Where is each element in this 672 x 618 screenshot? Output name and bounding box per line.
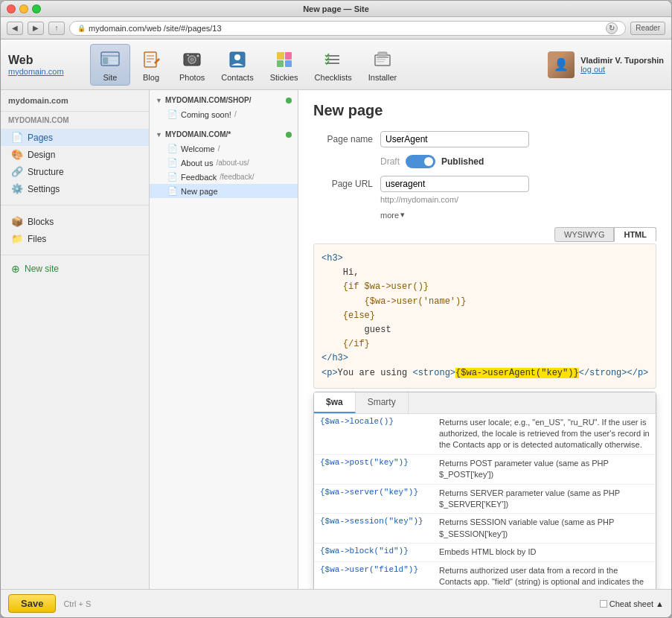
pages-label: Pages — [28, 133, 53, 143]
ac-row-block[interactable]: {$wa->block("id")} Embeds HTML block by … — [314, 544, 656, 561]
cheat-sheet-link[interactable]: Cheat sheet ▲ — [600, 599, 664, 608]
structure-label: Structure — [28, 167, 64, 177]
sidebar-item-structure[interactable]: 🔗 Structure — [1, 163, 149, 180]
publish-row: Draft Published — [313, 155, 656, 168]
reader-button[interactable]: Reader — [630, 22, 665, 35]
contacts-label: Contacts — [221, 73, 253, 82]
title-bar: New page — Site — [1, 1, 671, 17]
more-chevron-icon: ▾ — [400, 210, 405, 220]
wysiwyg-tab[interactable]: WYSIWYG — [554, 227, 614, 242]
page-url-input[interactable] — [380, 176, 529, 192]
reload-button[interactable]: ↻ — [606, 22, 618, 34]
tree-item-about[interactable]: 📄 About us /about-us/ — [150, 156, 298, 170]
close-button[interactable] — [7, 4, 16, 13]
tree-arrow-icon: ▼ — [156, 97, 162, 104]
svg-rect-26 — [377, 59, 385, 60]
tree-item-coming-soon[interactable]: 📄 Coming soon! / — [150, 107, 298, 121]
svg-rect-20 — [285, 60, 292, 67]
share-button[interactable]: ↑ — [48, 22, 65, 35]
window-controls — [7, 4, 41, 13]
sidebar-item-blocks[interactable]: 📦 Blocks — [1, 213, 149, 230]
toolbar-item-photos[interactable]: Photos — [172, 45, 212, 85]
brand-url[interactable]: mydomain.com — [8, 67, 64, 76]
new-site-label: New site — [25, 264, 59, 274]
ac-func-server: {$wa->server("key")} — [314, 484, 433, 514]
cheat-sheet-checkbox[interactable] — [600, 600, 607, 608]
toolbar-item-blog[interactable]: Blog — [132, 45, 170, 85]
tree-welcome-url: / — [218, 144, 220, 153]
pages-icon: 📄 — [11, 132, 23, 143]
installer-label: Installer — [368, 73, 397, 82]
page-icon-newpage: 📄 — [167, 186, 178, 196]
tree-folder-root[interactable]: ▼ MYDOMAIN.COM/* — [150, 127, 298, 141]
window-title: New page — Site — [303, 4, 369, 13]
cheat-sheet-label: Cheat sheet — [609, 599, 653, 608]
sidebar-secondary: 📦 Blocks 📁 Files — [1, 210, 149, 250]
svg-rect-3 — [109, 57, 118, 60]
installer-icon — [371, 48, 394, 71]
svg-rect-18 — [285, 52, 292, 60]
ac-tab-smarty[interactable]: Smarty — [356, 392, 409, 413]
tree-folder-shop[interactable]: ▼ MYDOMAIN.COM/SHOP/ — [150, 93, 298, 107]
ac-desc-session: Returns SESSION variable value (same as … — [433, 514, 656, 544]
new-site-button[interactable]: ⊕ New site — [1, 260, 149, 278]
back-button[interactable]: ◀ — [7, 22, 23, 35]
svg-rect-2 — [103, 57, 108, 64]
tree-item-newpage[interactable]: 📄 New page — [150, 184, 298, 198]
ac-row-post[interactable]: {$wa->post("key")} Returns POST paramete… — [314, 454, 656, 484]
autocomplete-tabs: $wa Smarty — [314, 392, 656, 414]
structure-icon: 🔗 — [11, 166, 23, 177]
toolbar-item-stickies[interactable]: Stickies — [263, 45, 306, 85]
cheat-sheet-arrow-icon: ▲ — [656, 599, 664, 608]
ac-row-session[interactable]: {$wa->session("key")} Returns SESSION va… — [314, 514, 656, 544]
ac-func-block: {$wa->block("id")} — [314, 544, 433, 561]
shortcut-hint: Ctrl + S — [63, 599, 91, 608]
tree-status-dot-shop — [286, 98, 292, 103]
code-editor[interactable]: <h3> Hi, {if $wa->user()} {$wa->user('na… — [313, 243, 656, 389]
toolbar-item-contacts[interactable]: Contacts — [214, 45, 260, 85]
ac-row-user[interactable]: {$wa->user("field")} Returns authorized … — [314, 561, 656, 589]
toolbar-user: 👤 Vladimir V. Tuporshin log out — [548, 51, 664, 78]
ac-tab-swa[interactable]: $wa — [314, 392, 356, 413]
user-name: Vladimir V. Tuporshin — [580, 56, 664, 65]
settings-label: Settings — [28, 184, 60, 194]
autocomplete-popup: $wa Smarty {$wa->locale()} Returns user … — [313, 392, 656, 589]
logout-link[interactable]: log out — [580, 65, 664, 74]
toolbar-item-site[interactable]: Site — [90, 44, 130, 86]
design-label: Design — [28, 150, 55, 160]
page-name-input[interactable] — [380, 131, 529, 147]
user-info: Vladimir V. Tuporshin log out — [580, 56, 664, 74]
tree-feedback-name: Feedback — [181, 173, 217, 182]
svg-point-13 — [197, 54, 199, 57]
save-button[interactable]: Save — [8, 594, 56, 613]
forward-button[interactable]: ▶ — [28, 22, 44, 35]
svg-rect-27 — [377, 61, 384, 63]
toolbar-item-checklists[interactable]: Checklists — [307, 45, 359, 85]
html-tab[interactable]: HTML — [614, 227, 656, 242]
editor-toolbar: WYSIWYG HTML — [313, 227, 656, 242]
sidebar-item-settings[interactable]: ⚙️ Settings — [1, 180, 149, 197]
svg-rect-14 — [187, 54, 189, 56]
sidebar-item-files[interactable]: 📁 Files — [1, 230, 149, 247]
tree-item-feedback[interactable]: 📄 Feedback /feedback/ — [150, 170, 298, 184]
tree-item-welcome[interactable]: 📄 Welcome / — [150, 141, 298, 156]
maximize-button[interactable] — [32, 4, 41, 13]
minimize-button[interactable] — [19, 4, 28, 13]
ac-row-locale[interactable]: {$wa->locale()} Returns user locale; e.g… — [314, 414, 656, 455]
tree-section-root: ▼ MYDOMAIN.COM/* 📄 Welcome / 📄 About us … — [150, 124, 298, 201]
sidebar-item-design[interactable]: 🎨 Design — [1, 146, 149, 163]
ac-desc-post: Returns POST parameter value (same as PH… — [433, 454, 656, 484]
sidebar-divider — [1, 205, 149, 206]
photos-icon — [180, 48, 204, 71]
more-link[interactable]: more ▾ — [380, 210, 656, 220]
sidebar-item-pages[interactable]: 📄 Pages — [1, 129, 149, 146]
ac-row-server[interactable]: {$wa->server("key")} Returns SERVER para… — [314, 484, 656, 514]
toolbar-item-installer[interactable]: Installer — [361, 45, 405, 85]
publish-toggle[interactable] — [406, 155, 435, 168]
page-name-label: Page name — [313, 134, 373, 144]
svg-rect-4 — [109, 61, 118, 64]
sidebar-divider-2 — [1, 255, 149, 255]
user-avatar-image: 👤 — [548, 51, 575, 78]
tree-about-name: About us — [181, 159, 213, 168]
tree-newpage-name: New page — [181, 187, 218, 196]
